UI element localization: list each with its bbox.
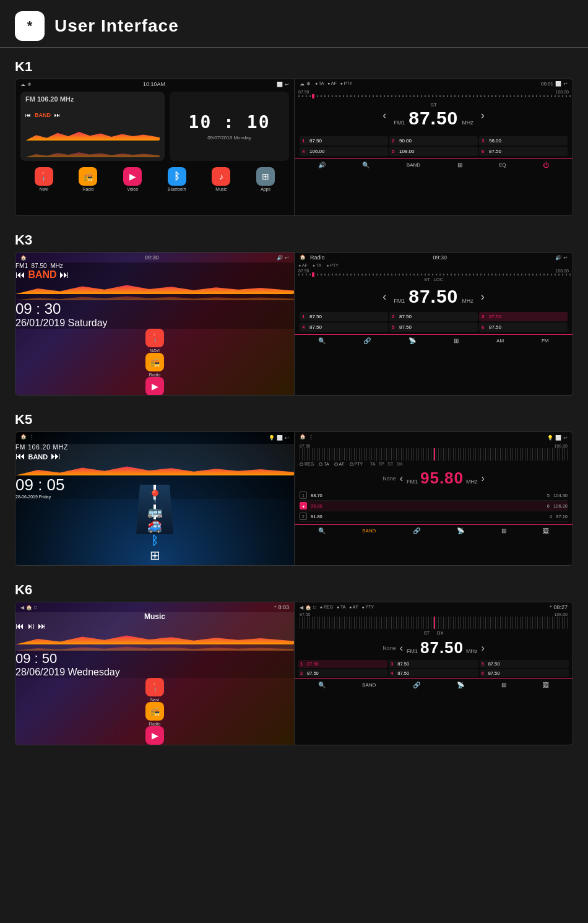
- k5-antenna-btn[interactable]: 📡: [457, 527, 464, 534]
- next-icon[interactable]: ⏭: [54, 112, 60, 118]
- k5-window-icon[interactable]: ⬜: [277, 435, 283, 441]
- k3-preset-3[interactable]: 387.50: [479, 312, 568, 321]
- k3-preset-4[interactable]: 487.50: [300, 323, 388, 332]
- k6-band-btn[interactable]: BAND: [362, 682, 376, 688]
- app-video[interactable]: ▶ Video: [123, 167, 142, 191]
- k5-apps2-icon[interactable]: ⊞: [28, 548, 282, 563]
- k5-brightness2-icon[interactable]: 💡: [547, 435, 553, 441]
- k5-next-icon[interactable]: ⏭: [51, 451, 61, 461]
- k6-window-icon[interactable]: □: [34, 605, 37, 610]
- k3-antenna-btn[interactable]: 📡: [409, 337, 416, 344]
- k5-grid-btn[interactable]: ⊞: [501, 527, 506, 534]
- k3-preset-1[interactable]: 187.50: [300, 312, 388, 321]
- k5-nav-icon[interactable]: 📍: [28, 489, 282, 504]
- k6-next-btn[interactable]: ›: [482, 643, 485, 654]
- k3-video-icon[interactable]: ▶: [145, 377, 164, 395]
- k6-navi-icon[interactable]: 📍: [145, 678, 164, 696]
- preset-4[interactable]: 4106.00: [300, 147, 388, 156]
- k3-radio-icon[interactable]: 📻: [145, 353, 164, 371]
- music-icon[interactable]: ♪: [212, 167, 230, 186]
- navi-icon[interactable]: 📍: [35, 167, 53, 186]
- power-btn[interactable]: ⏻: [543, 162, 549, 168]
- k3-link-btn[interactable]: 🔗: [363, 337, 371, 344]
- k5-back2-icon[interactable]: ↩: [563, 435, 568, 441]
- home-icon[interactable]: 🏠: [20, 255, 27, 261]
- app-music[interactable]: ♪ Music: [212, 167, 230, 191]
- k5-band-btn[interactable]: BAND: [362, 528, 376, 534]
- k5-dots-icon[interactable]: ⋮: [28, 434, 35, 442]
- k6-app-video[interactable]: ▶ Video: [15, 726, 294, 745]
- k6-preset-5[interactable]: 5 87.50: [480, 660, 569, 668]
- k6-app-radio[interactable]: 📻 Radio: [15, 702, 294, 726]
- k5-prev-btn[interactable]: ‹: [400, 473, 403, 484]
- k3-next-icon[interactable]: ⏭: [59, 269, 69, 280]
- k5-brightness-icon[interactable]: 💡: [269, 435, 275, 441]
- apps-icon[interactable]: ⊞: [256, 167, 275, 186]
- k5-home-icon[interactable]: 🏠: [20, 434, 27, 442]
- k1-band-label[interactable]: BAND: [35, 112, 51, 118]
- k5-opt-af[interactable]: AF: [334, 462, 345, 466]
- k6-back2-icon[interactable]: ◀: [300, 605, 303, 610]
- k6-antenna-btn[interactable]: 📡: [457, 682, 464, 688]
- k5-opt-ta[interactable]: TA: [319, 462, 329, 466]
- k5-window2-icon[interactable]: ⬜: [555, 435, 561, 441]
- k5-preset-row-2[interactable]: 2 91.80 4 97.10: [300, 511, 568, 522]
- bluetooth-icon[interactable]: ᛒ: [168, 167, 186, 186]
- k6-back-icon[interactable]: ◀: [20, 605, 24, 610]
- k3-app-navi[interactable]: 📍 NAVI: [15, 329, 294, 353]
- radio-icon[interactable]: 📻: [79, 167, 97, 186]
- k5-car2-icon[interactable]: 🚙: [28, 519, 282, 534]
- k6-preset-6[interactable]: 6 87.50: [480, 669, 569, 677]
- band-btn[interactable]: BAND: [407, 162, 420, 168]
- k6-app-navi[interactable]: 📍 Navi: [15, 678, 294, 702]
- k5-preset-row-active[interactable]: ● 95.80 6 106.20: [300, 501, 568, 511]
- preset-1[interactable]: 187.50: [300, 136, 388, 145]
- k3-app-video[interactable]: ▶ Video: [15, 377, 294, 395]
- k3-navi-icon[interactable]: 📍: [145, 329, 164, 347]
- vol-icon[interactable]: 🔊: [277, 255, 283, 261]
- preset-2[interactable]: 290.00: [389, 136, 478, 145]
- k3-preset-6[interactable]: 687.50: [479, 323, 568, 332]
- k3-home2-icon[interactable]: 🏠: [300, 254, 306, 261]
- k5-band-label[interactable]: BAND: [28, 453, 48, 461]
- k3-band-label[interactable]: BAND: [28, 269, 56, 280]
- preset-6[interactable]: 687.50: [479, 147, 568, 156]
- k6-search-btn[interactable]: 🔍: [318, 682, 326, 688]
- grid-btn[interactable]: ⊞: [457, 162, 462, 168]
- k6-preset-3[interactable]: 3 87.50: [389, 660, 478, 668]
- k5-home2-icon[interactable]: 🏠: [300, 434, 306, 442]
- k3-preset-2[interactable]: 287.50: [389, 312, 478, 321]
- k6-home2-icon[interactable]: 🏠: [305, 605, 311, 610]
- k6-prev-btn[interactable]: ⏮: [15, 621, 24, 631]
- k6-window2-icon[interactable]: □: [313, 605, 316, 610]
- k3-preset-5[interactable]: 587.50: [389, 323, 478, 332]
- preset-3[interactable]: 398.00: [479, 136, 568, 145]
- k5-next-btn[interactable]: ›: [482, 473, 485, 484]
- k5-opt-reg[interactable]: REG: [300, 462, 314, 466]
- k6-grid-btn[interactable]: ⊞: [501, 682, 506, 688]
- video-icon[interactable]: ▶: [123, 167, 142, 186]
- k5-prev-icon[interactable]: ⏮: [15, 451, 25, 461]
- k5-link-btn[interactable]: 🔗: [413, 527, 420, 534]
- k3-prev-btn[interactable]: ‹: [383, 290, 386, 303]
- k5-preset-row-1[interactable]: 1 88.70 5 104.30: [300, 490, 568, 501]
- k6-prev-btn[interactable]: ‹: [400, 643, 403, 654]
- app-radio[interactable]: 📻 Radio: [79, 167, 97, 191]
- k3-fm-btn[interactable]: FM: [542, 338, 549, 344]
- back2-icon[interactable]: ↩: [285, 255, 289, 261]
- app-apps[interactable]: ⊞ Apps: [256, 167, 275, 191]
- k3-next-btn[interactable]: ›: [481, 290, 485, 303]
- k6-preset-1[interactable]: 1 87.50: [298, 660, 387, 668]
- k6-home-icon[interactable]: 🏠: [26, 605, 32, 610]
- k6-play-btn[interactable]: ⏯: [27, 621, 35, 631]
- k6-video-icon[interactable]: ▶: [145, 726, 164, 745]
- k5-opt-pty[interactable]: PTY: [350, 462, 363, 466]
- k6-preset-4[interactable]: 4 87.50: [389, 669, 478, 677]
- k6-next-btn[interactable]: ⏭: [38, 621, 46, 631]
- k5-bus-icon[interactable]: 🚌: [28, 504, 282, 519]
- k3-app-radio[interactable]: 📻 Radio: [15, 353, 294, 377]
- k5-image-btn[interactable]: 🖼: [543, 527, 549, 534]
- k6-image-btn[interactable]: 🖼: [543, 682, 549, 688]
- k1-next-btn[interactable]: ›: [481, 109, 485, 122]
- k3-vol2-icon[interactable]: 🔊: [555, 255, 561, 261]
